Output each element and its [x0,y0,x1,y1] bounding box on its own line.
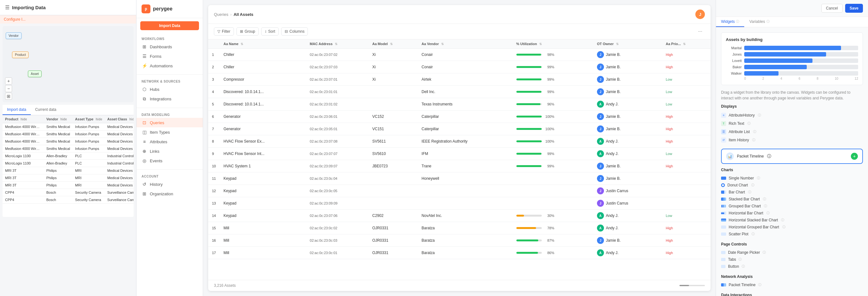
table-row[interactable]: 3 Compressor 02:ac:0c:23:07:01 Xi Airtek… [208,73,711,86]
tab-variables[interactable]: Variables ⓘ [744,17,774,27]
grouped-bar-chart-icon [721,205,726,208]
table-row[interactable]: 8 HVAC Flow Sensor Ex... 02:ac:0c:23:07:… [208,135,711,148]
table-row[interactable]: 10 HVAC System 1 02:ac:0c:23:09:07 JBE07… [208,160,711,173]
group-button[interactable]: ⊞ Group [237,27,259,36]
cell-vendor: Texas Instruments [417,98,512,111]
sidebar-item-attributes[interactable]: ≡ Attributes [136,137,203,146]
sidebar-item-forms[interactable]: ☰ Forms [136,52,203,61]
more-options-button[interactable]: ··· [696,27,705,36]
breadcrumb-parent[interactable]: Queries [214,12,228,17]
util-fill [516,79,541,80]
table-row[interactable]: 1 Chiller 02:ac:0c:23:07:02 Xi Conair 98… [208,49,711,61]
table-row[interactable]: 16 Mill 02:ac:0c:23:0c:03 OJR0331 Baratz… [208,234,711,247]
filter-button[interactable]: ▽ Filter [214,27,234,36]
columns-button[interactable]: ⊟ Columns [281,27,308,36]
chart-horizontal-bar[interactable]: Horizontal Bar Chart ⓘ [721,210,863,216]
display-item-history[interactable]: ↺ Item History ⓘ [721,136,863,144]
bar-chart-axis: 0 2 4 6 8 10 12 [726,77,858,80]
sidebar-item-integrations[interactable]: ⧉ Integrations [136,94,203,104]
cell-utilization: 99% [513,73,593,86]
owner-cell: AAndy J. [597,101,658,108]
table-row[interactable]: 2 Chiller 02:ac:0c:23:07:03 Xi Conair 99… [208,61,711,73]
sidebar-item-events[interactable]: ◎ Events [136,156,203,166]
table-row[interactable]: 11 Keypad 02:ac:0c:23:0c:04 Honeywell JJ… [208,173,711,185]
zoom-out-btn[interactable]: − [5,85,12,92]
owner-avatar: J [597,175,604,182]
th-mac[interactable]: MAC Address ⇅ [306,39,369,49]
sidebar-item-item-types[interactable]: ◫ Item Types [136,127,203,137]
cancel-button[interactable]: Cancel [822,4,843,13]
cell-priority: High [662,222,711,234]
import-tabs: Import data Current data [3,105,134,115]
th-name[interactable]: Aa Name ⇅ [220,39,306,49]
sidebar-item-queries[interactable]: ⊡ Queries [136,118,203,127]
sidebar-item-automations[interactable]: ⚡ Automations [136,61,203,70]
display-attribute-list[interactable]: ☰ Attribute List ⓘ [721,128,863,136]
sidebar-item-organization[interactable]: ⊞ Organization [136,189,203,199]
cell-asset-type: MRI [73,182,105,189]
display-attribute-history[interactable]: ≡ AttributeHistory ⓘ [721,111,863,119]
assets-count: 3,216 Assets [214,283,236,288]
cell-asset-class: Surveillance Camera [105,196,134,204]
sidebar-item-hubs[interactable]: ⬡ Hubs [136,85,203,94]
fit-btn[interactable]: ⊞ [5,93,12,100]
tab-widgets[interactable]: Widgets ⓘ [716,17,744,27]
table-row[interactable]: 9 HVAC Flow Sensor Int... 02:ac:0c:23:07… [208,148,711,160]
display-rich-text[interactable]: T Rich Text ⓘ [721,119,863,128]
flow-controls: + − ⊞ [5,78,12,100]
table-row[interactable]: 4 Discovered: 10.0.14.1... 02:ac:0c:23:0… [208,86,711,98]
chart-single-number[interactable]: Single Number ⓘ [721,175,863,182]
import-data-button[interactable]: Import Data [140,21,199,30]
table-row[interactable]: 17 Mill 02:ac:0c:23:0c:01 OJR0331 Baratz… [208,247,711,259]
th-model[interactable]: Aa Model ⇅ [369,39,417,49]
flow-canvas: Vendor Product Asset + − ⊞ [3,26,134,102]
chart-donut[interactable]: Donut Chart ⓘ [721,182,863,189]
sidebar-item-history[interactable]: ↺ History [136,179,203,189]
table-row[interactable]: 5 Discovered: 10.0.14.1... 02:ac:0c:23:0… [208,98,711,111]
chart-stacked-bar[interactable]: Stacked Bar Chart ⓘ [721,196,863,203]
chart-horizontal-stacked-bar[interactable]: Horizontal Stacked Bar Chart ⓘ [721,216,863,224]
chart-bar[interactable]: Bar Chart ⓘ [721,189,863,196]
row-number: 13 [208,197,220,210]
table-row[interactable]: 12 Keypad 02:ac:0c:23:0c:05 JJustin Carr… [208,185,711,197]
util-bar-wrap: 96% [516,102,589,106]
pc-button[interactable]: Button ⓘ [721,263,863,270]
configure-bar[interactable]: Configure I... [0,15,136,24]
th-vendor[interactable]: Aa Vendor ⇅ [417,39,512,49]
util-bar [516,128,542,130]
util-bar [516,165,542,167]
breadcrumb-sep: › [230,12,232,17]
sort-button[interactable]: ↕ Sort [261,27,279,36]
pc-date-range-picker[interactable]: Date Range Picker ⓘ [721,249,863,256]
pc-tabs[interactable]: Tabs ⓘ [721,256,863,263]
th-ot-owner[interactable]: OT Owner ⇅ [593,39,662,49]
th-priority[interactable]: Aa Prio... ⇅ [662,39,711,49]
cell-mac: 02:ac:0c:23:01:02 [306,98,369,111]
table-row[interactable]: 6 Generator 02:ac:0c:23:06:01 VC152 Cate… [208,111,711,123]
sidebar-item-links[interactable]: ⊕ Links [136,146,203,156]
zoom-in-btn[interactable]: + [5,78,12,85]
save-button[interactable]: Save [845,4,863,13]
table-row[interactable]: 7 Generator 02:ac:0c:23:05:01 VC151 Cate… [208,123,711,135]
cell-mac: 02:ac:0c:23:07:03 [306,61,369,73]
packet-timeline-card[interactable]: 📊 Packet Timeline ⓘ + [721,149,863,164]
events-icon: ◎ [142,158,147,163]
tab-current-data[interactable]: Current data [31,105,61,115]
cell-mac: 02:ac:0c:23:05:01 [306,123,369,135]
sidebar-item-dashboards[interactable]: ⊞ Dashboards [136,42,203,52]
table-row[interactable]: 14 Keypad 02:ac:0c:23:07:06 C2902 NovAte… [208,210,711,222]
cell-asset-class: Surveillance Camera [105,189,134,196]
na-packet-timeline[interactable]: Packet Timeline ⓘ [721,282,863,288]
util-bar-wrap: 87% [516,238,589,242]
chart-grouped-bar[interactable]: Grouped Bar Chart ⓘ [721,203,863,210]
cell-owner: AAndy J. [593,98,662,111]
left-table-row: Medfusion 4000 Wireless Syringe Infus...… [3,123,134,130]
tab-import-data[interactable]: Import data [3,105,31,115]
table-row[interactable]: 15 Mill 02:ac:0c:23:0c:02 OJR0331 Baratz… [208,222,711,234]
th-utilization[interactable]: % Utilization ⇅ [513,39,593,49]
packet-timeline-add-button[interactable]: + [851,153,858,160]
table-row[interactable]: 13 Keypad 02:ac:0c:23:09:09 JJustin Carr… [208,197,711,210]
chart-scatter-plot[interactable]: Scatter Plot ⓘ [721,231,863,238]
cell-model: VC151 [369,123,417,135]
chart-horizontal-grouped-bar[interactable]: Horizontal Grouped Bar Chart ⓘ [721,224,863,231]
